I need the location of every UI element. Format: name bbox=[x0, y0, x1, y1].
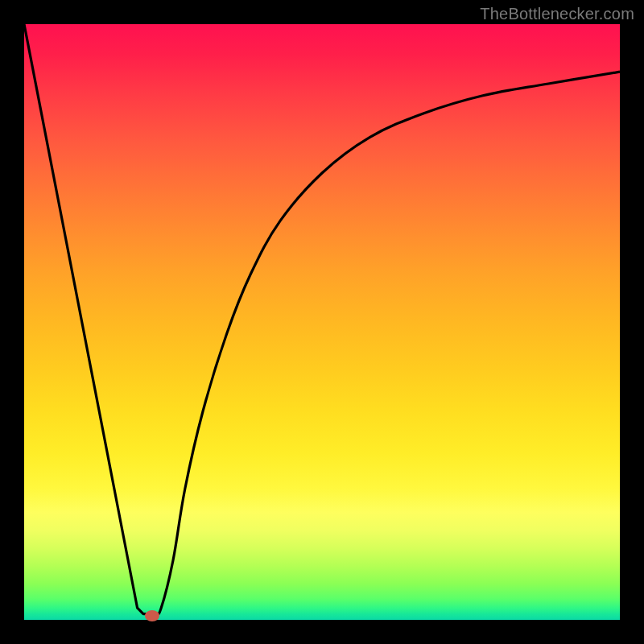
chart-container: TheBottlenecker.com bbox=[0, 0, 644, 644]
bottleneck-curve bbox=[24, 24, 620, 614]
attribution-label: TheBottlenecker.com bbox=[480, 5, 634, 23]
valley-marker bbox=[145, 610, 159, 621]
curve-svg bbox=[24, 24, 620, 620]
plot-area bbox=[24, 24, 620, 620]
